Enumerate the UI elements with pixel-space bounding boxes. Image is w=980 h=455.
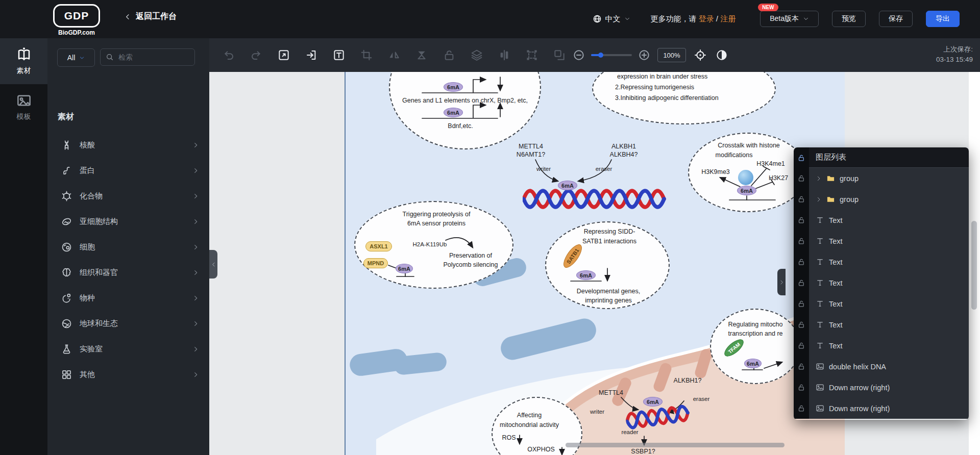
unlock-icon[interactable] <box>794 272 809 293</box>
layer-row-text[interactable]: Text <box>794 231 969 251</box>
6ma-badge[interactable]: 6mA <box>576 270 596 280</box>
flip-vertical-icon[interactable] <box>415 49 428 61</box>
category-item-lab[interactable]: 实验室 <box>47 336 209 362</box>
layer-row-image[interactable]: double helix DNA <box>794 356 969 377</box>
category-item-other[interactable]: 其他 <box>47 362 209 387</box>
panel-collapse-handle[interactable] <box>777 269 786 295</box>
zoom-value[interactable]: 100% <box>657 48 686 62</box>
zoom-out-icon[interactable] <box>573 49 585 61</box>
mito-regulation-ellipse[interactable] <box>710 309 801 384</box>
layer-row-text[interactable]: Text <box>794 251 969 272</box>
unlock-icon[interactable] <box>794 210 809 231</box>
zoom-slider-thumb[interactable] <box>598 53 603 58</box>
save-button[interactable]: 保存 <box>879 11 913 27</box>
beta-version-button[interactable]: Beta版本 <box>760 11 819 27</box>
asxl1-protein[interactable]: ASXL1 <box>365 241 392 251</box>
layer-row-text[interactable]: Text <box>794 272 969 293</box>
unlock-icon[interactable] <box>794 314 809 335</box>
6ma-badge[interactable]: 6mA <box>444 82 463 92</box>
chevron-right-icon[interactable] <box>816 196 822 203</box>
zoom-slider[interactable] <box>591 54 632 56</box>
rail-item-materials[interactable]: 素材 <box>0 38 47 84</box>
text-layer-icon <box>816 320 824 329</box>
ungroup-icon[interactable] <box>553 49 566 61</box>
sidebar-collapse-handle[interactable] <box>209 250 217 279</box>
category-item-organ[interactable]: 组织和器官 <box>47 260 209 285</box>
vertical-scrollbar-track[interactable] <box>969 72 980 455</box>
unlock-icon[interactable] <box>794 168 809 189</box>
nucleosome-illustration[interactable] <box>738 170 753 185</box>
rail-item-templates[interactable]: 模板 <box>0 84 47 130</box>
unlock-icon[interactable] <box>794 189 809 210</box>
group-icon[interactable] <box>526 49 538 61</box>
category-item-protein[interactable]: 蛋白 <box>47 158 209 183</box>
unlock-icon[interactable] <box>794 398 809 419</box>
double-helix-dna[interactable] <box>523 186 676 212</box>
redo-icon[interactable] <box>250 49 262 61</box>
6ma-badge[interactable]: 6mA <box>444 108 463 117</box>
unlock-icon[interactable] <box>794 335 809 356</box>
chevron-right-icon <box>192 295 199 301</box>
unlock-icon[interactable] <box>794 231 809 251</box>
flip-horizontal-icon[interactable] <box>388 49 400 61</box>
proteolysis-title1: Triggering proteolysis of <box>403 211 471 218</box>
horizontal-scrollbar-thumb[interactable] <box>566 443 785 447</box>
6ma-badge[interactable]: 6mA <box>396 264 413 273</box>
search-input[interactable] <box>117 53 189 62</box>
6ma-badge[interactable]: 6mA <box>558 181 577 190</box>
undo-icon[interactable] <box>223 49 235 61</box>
export-button[interactable]: 导出 <box>926 11 960 27</box>
category-item-organelle[interactable]: 亚细胞结构 <box>47 209 209 234</box>
mpnd-protein[interactable]: MPND <box>363 258 388 268</box>
canvas-area[interactable]: 6mA 6mA 6mA 6mA 6mA 6mA 6mA 6mA ASXL1 MP… <box>209 72 980 455</box>
chevron-right-icon[interactable] <box>816 175 822 182</box>
category-filter-dropdown[interactable]: All <box>57 48 95 67</box>
6ma-badge[interactable]: 6mA <box>744 359 762 368</box>
expand-icon[interactable] <box>278 49 290 61</box>
mito-reg-title2: transcription and re <box>728 330 782 337</box>
preview-button[interactable]: 预览 <box>832 11 866 27</box>
layer-row-text[interactable]: Text <box>794 293 969 314</box>
category-item-ecology[interactable]: 地球和生态 <box>47 311 209 336</box>
preservation-line2: Polycomb silencing <box>444 261 498 268</box>
folder-icon <box>826 174 835 183</box>
unlock-icon[interactable] <box>794 251 809 272</box>
canvas-page[interactable]: 6mA 6mA 6mA 6mA 6mA 6mA 6mA 6mA ASXL1 MP… <box>345 72 845 455</box>
vertical-scrollbar-thumb[interactable] <box>971 221 977 310</box>
layer-row-folder[interactable]: group <box>794 168 969 189</box>
layer-row-image[interactable]: Down arrow (right) <box>794 398 969 419</box>
text-tool-icon[interactable] <box>333 49 345 61</box>
layer-row-text[interactable]: Text <box>794 210 969 231</box>
search-box[interactable] <box>100 48 195 66</box>
6ma-badge[interactable]: 6mA <box>737 186 756 195</box>
locate-icon[interactable] <box>694 49 706 61</box>
category-item-dna[interactable]: 核酸 <box>47 132 209 158</box>
unlock-icon[interactable] <box>794 356 809 377</box>
logo[interactable]: GDP BioGDP.com <box>53 4 100 36</box>
contrast-icon[interactable] <box>716 49 728 61</box>
import-icon[interactable] <box>305 49 317 61</box>
layer-row-folder[interactable]: group <box>794 189 969 210</box>
category-item-compound[interactable]: 化合物 <box>47 183 209 209</box>
6ma-badge[interactable]: 6mA <box>643 397 663 407</box>
back-to-workspace-button[interactable]: 返回工作台 <box>124 11 177 22</box>
unlock-icon[interactable] <box>443 49 455 61</box>
category-item-species[interactable]: 物种 <box>47 285 209 311</box>
login-link[interactable]: 登录 <box>699 14 714 23</box>
mito-eraser-label: eraser <box>693 396 710 402</box>
chevron-right-icon <box>192 218 199 225</box>
crop-icon[interactable] <box>360 49 373 61</box>
unlock-icon[interactable] <box>794 293 809 314</box>
category-item-cell[interactable]: 细胞 <box>47 234 209 260</box>
unlock-icon[interactable] <box>794 377 809 398</box>
layer-row-text[interactable]: Text <box>794 335 969 356</box>
layer-row-image[interactable]: Down arrow (right) <box>794 377 969 398</box>
layers-icon[interactable] <box>471 49 483 61</box>
language-selector[interactable]: 中文 <box>593 14 630 24</box>
register-link[interactable]: 注册 <box>720 14 736 23</box>
zoom-in-icon[interactable] <box>638 49 650 61</box>
unlock-icon[interactable] <box>794 147 809 168</box>
transcription-ellipse[interactable] <box>389 72 541 149</box>
layer-row-text[interactable]: Text <box>794 314 969 335</box>
align-icon[interactable] <box>498 49 510 61</box>
